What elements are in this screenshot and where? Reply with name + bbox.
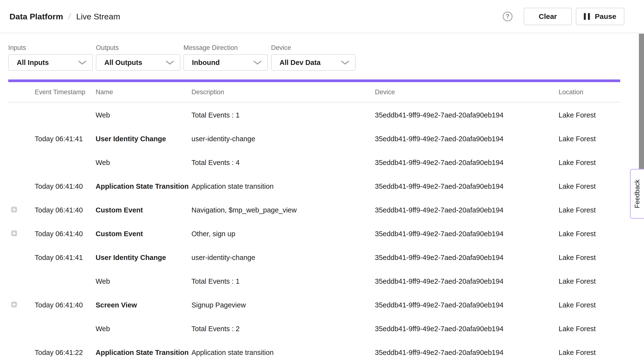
feedback-tab[interactable]: Feedback (630, 169, 644, 219)
device-cell: 35eddb41-9ff9-49e2-7aed-20afa90eb194 (375, 325, 558, 333)
name-cell: Application State Transition (96, 349, 192, 357)
description-cell: Total Events : 2 (192, 325, 375, 333)
table-row[interactable]: Today 06:41:22 Application State Transit… (8, 341, 620, 360)
filter-outputs: Outputs All Outputs (96, 44, 180, 71)
chevron-down-icon (341, 61, 349, 65)
accent-divider (8, 79, 620, 82)
pause-button-label: Pause (595, 12, 616, 20)
location-cell: Lake Forest (558, 135, 620, 143)
table-row[interactable]: Today 06:41:40 Custom Event Other, sign … (8, 222, 620, 246)
description-cell: user-identity-change (192, 254, 375, 262)
outputs-dropdown-value: All Outputs (104, 59, 142, 67)
device-cell: 35eddb41-9ff9-49e2-7aed-20afa90eb194 (375, 159, 558, 167)
column-header-description: Description (192, 88, 375, 96)
expand-cell (8, 254, 35, 262)
timestamp-cell: Today 06:41:41 (35, 135, 96, 143)
filter-device: Device All Dev Data (271, 44, 356, 71)
device-cell: 35eddb41-9ff9-49e2-7aed-20afa90eb194 (375, 182, 558, 190)
expand-cell (8, 325, 35, 333)
filter-label: Outputs (96, 44, 180, 52)
device-dropdown-value: All Dev Data (280, 59, 320, 67)
outputs-dropdown[interactable]: All Outputs (96, 54, 180, 71)
help-icon[interactable]: ? (503, 12, 512, 21)
description-cell: Signup Pageview (192, 301, 375, 309)
expand-row-button[interactable] (11, 207, 17, 212)
location-cell: Lake Forest (558, 182, 620, 190)
expand-cell (8, 159, 35, 167)
expand-row-button[interactable] (11, 302, 17, 307)
name-cell: Screen View (96, 301, 192, 309)
expand-cell (8, 301, 35, 309)
location-cell: Lake Forest (558, 301, 620, 309)
device-cell: 35eddb41-9ff9-49e2-7aed-20afa90eb194 (375, 230, 558, 238)
filter-label: Message Direction (184, 44, 268, 52)
filter-inputs: Inputs All Inputs (8, 44, 93, 71)
description-cell: Other, sign up (192, 230, 375, 238)
description-cell: Application state transition (192, 182, 375, 190)
table-row[interactable]: Today 06:41:41 User Identity Change user… (8, 246, 620, 269)
message-direction-dropdown[interactable]: Inbound (184, 54, 268, 71)
description-cell: Application state transition (192, 349, 375, 357)
location-cell: Lake Forest (558, 206, 620, 214)
name-cell: Web (96, 111, 192, 119)
filter-label: Inputs (8, 44, 93, 52)
filter-message-direction: Message Direction Inbound (184, 44, 268, 71)
table-header-row: Event Timestamp Name Description Device … (8, 82, 620, 102)
timestamp-cell: Today 06:41:22 (35, 349, 96, 357)
location-cell: Lake Forest (558, 325, 620, 333)
name-cell: Web (96, 325, 192, 333)
inputs-dropdown-value: All Inputs (17, 59, 49, 67)
device-cell: 35eddb41-9ff9-49e2-7aed-20afa90eb194 (375, 349, 558, 357)
device-cell: 35eddb41-9ff9-49e2-7aed-20afa90eb194 (375, 301, 558, 309)
page-title: Live Stream (76, 12, 120, 20)
device-cell: 35eddb41-9ff9-49e2-7aed-20afa90eb194 (375, 277, 558, 285)
column-header-device: Device (375, 88, 558, 96)
name-cell: User Identity Change (96, 135, 192, 143)
inputs-dropdown[interactable]: All Inputs (8, 54, 93, 71)
description-cell: Total Events : 4 (192, 159, 375, 167)
description-cell: user-identity-change (192, 135, 375, 143)
name-cell: Custom Event (96, 230, 192, 238)
location-cell: Lake Forest (558, 349, 620, 357)
column-header-name: Name (96, 88, 192, 96)
name-cell: Web (96, 159, 192, 167)
clear-button[interactable]: Clear (524, 8, 572, 25)
location-cell: Lake Forest (558, 111, 620, 119)
table-row[interactable]: Today 06:41:40 Custom Event Navigation, … (8, 198, 620, 222)
table-body: Web Total Events : 1 35eddb41-9ff9-49e2-… (8, 102, 620, 360)
filter-label: Device (271, 44, 356, 52)
timestamp-cell: Today 06:41:40 (35, 182, 96, 190)
location-cell: Lake Forest (558, 230, 620, 238)
expand-cell (8, 349, 35, 357)
name-cell: User Identity Change (96, 254, 192, 262)
breadcrumb: Data Platform / Live Stream (10, 12, 120, 21)
chevron-down-icon (253, 61, 262, 65)
description-cell: Total Events : 1 (192, 277, 375, 285)
table-row[interactable]: Today 06:41:40 Application State Transit… (8, 175, 620, 198)
timestamp-cell: Today 06:41:40 (35, 206, 96, 214)
vertical-scrollbar-thumb[interactable] (639, 34, 644, 171)
header-actions: ? Clear Pause (503, 8, 624, 25)
table-row: Web Total Events : 4 35eddb41-9ff9-49e2-… (8, 151, 620, 175)
device-dropdown[interactable]: All Dev Data (271, 54, 356, 71)
name-cell: Web (96, 277, 192, 285)
expand-cell (8, 111, 35, 119)
table-row[interactable]: Today 06:41:40 Screen View Signup Pagevi… (8, 293, 620, 317)
device-cell: 35eddb41-9ff9-49e2-7aed-20afa90eb194 (375, 111, 558, 119)
expand-cell (8, 277, 35, 285)
column-header-event-timestamp: Event Timestamp (35, 88, 96, 96)
device-cell: 35eddb41-9ff9-49e2-7aed-20afa90eb194 (375, 206, 558, 214)
expand-cell (8, 230, 35, 238)
breadcrumb-data-platform[interactable]: Data Platform (10, 12, 63, 20)
message-direction-dropdown-value: Inbound (192, 59, 220, 67)
location-cell: Lake Forest (558, 159, 620, 167)
timestamp-cell: Today 06:41:41 (35, 254, 96, 262)
live-stream-page: Data Platform / Live Stream ? Clear Paus… (0, 0, 644, 360)
name-cell: Custom Event (96, 206, 192, 214)
pause-button[interactable]: Pause (576, 8, 624, 25)
table-row[interactable]: Today 06:41:41 User Identity Change user… (8, 127, 620, 151)
description-cell: Total Events : 1 (192, 111, 375, 119)
table-row: Web Total Events : 1 35eddb41-9ff9-49e2-… (8, 103, 620, 127)
expand-cell (8, 206, 35, 214)
expand-row-button[interactable] (11, 230, 17, 236)
